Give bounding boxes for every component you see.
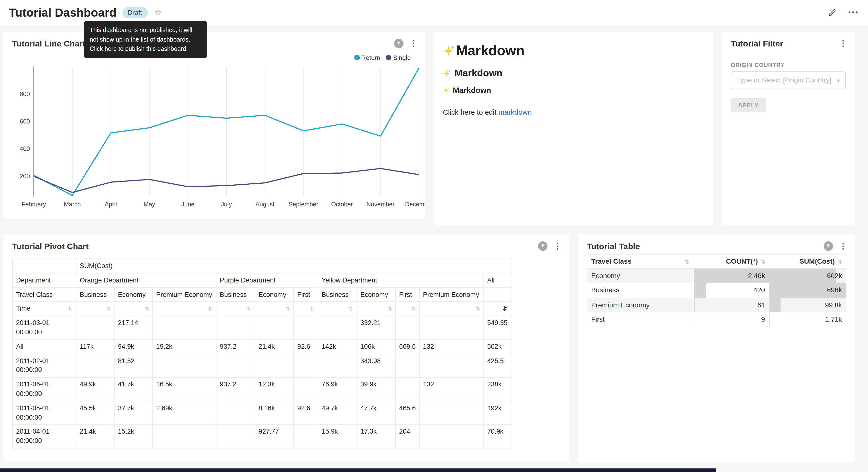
- pivot-cell: 937.2: [216, 377, 255, 401]
- markdown-edit-link[interactable]: markdown: [499, 108, 532, 116]
- column-header[interactable]: COUNT(*)⇅: [694, 254, 770, 268]
- sort-icon[interactable]: ⇅: [286, 306, 290, 312]
- apply-button[interactable]: APPLY: [731, 98, 766, 113]
- pivot-sort-cell[interactable]: ⇅: [153, 302, 216, 316]
- pivot-cell: [419, 354, 484, 377]
- pivot-cell: 332.21: [357, 316, 395, 340]
- select-placeholder: Type or Select [Origin Country]: [737, 76, 831, 84]
- favorite-star-icon[interactable]: ☆: [154, 7, 162, 18]
- data-table: Travel Class⇅COUNT(*)⇅SUM(Cost)⇅ Economy…: [587, 254, 846, 327]
- pivot-cell: 238k: [484, 377, 511, 401]
- pivot-cell: [216, 354, 255, 377]
- pivot-sort-cell[interactable]: ⇅: [396, 302, 419, 316]
- pivot-chart-title: Tutorial Pivot Chart: [12, 241, 89, 251]
- pivot-cell: 343.98: [357, 354, 395, 377]
- sort-icon[interactable]: ⇅: [685, 258, 689, 264]
- kebab-menu-icon[interactable]: ⋮: [839, 241, 847, 251]
- pivot-row-label: 2011-04-01 00:00:00: [12, 424, 76, 448]
- pivot-cell: 16.5k: [153, 377, 216, 401]
- pivot-cell: 2.69k: [153, 401, 216, 424]
- page-title: Tutorial Dashboard: [9, 6, 116, 19]
- kebab-menu-icon[interactable]: ⋮: [554, 241, 561, 251]
- pivot-cell: [318, 354, 357, 377]
- pivot-cell: [255, 354, 293, 377]
- legend-dot: [354, 55, 360, 60]
- pivot-cell: 49.7k: [318, 401, 357, 424]
- tutorial-line-chart-card: 200400600800FebruaryMarchAprilMayJuneJul…: [3, 32, 425, 219]
- filter-indicator-icon[interactable]: [824, 241, 833, 251]
- pivot-sort-cell[interactable]: ⇅: [255, 302, 293, 316]
- pivot-cell: 92.6: [293, 401, 318, 424]
- filter-indicator-icon[interactable]: [394, 39, 403, 48]
- sort-icon[interactable]: ⇅: [761, 258, 765, 264]
- chevron-down-icon: ▾: [837, 77, 840, 83]
- sort-icon[interactable]: ⇅: [411, 306, 416, 312]
- pivot-cell: 17.3k: [357, 424, 395, 448]
- pivot-row-dimension-label[interactable]: Time⇅: [12, 302, 76, 316]
- sparkles-icon: [443, 45, 455, 57]
- legend-item[interactable]: Return: [354, 54, 380, 61]
- pivot-sort-cell[interactable]: ⇅: [357, 302, 395, 316]
- pivot-cell: [216, 424, 255, 448]
- kebab-menu-icon[interactable]: ⋮: [839, 39, 847, 48]
- legend-item[interactable]: Single: [386, 54, 411, 61]
- origin-country-select[interactable]: Type or Select [Origin Country] ▾: [731, 71, 846, 89]
- column-header[interactable]: Travel Class⇅: [587, 254, 694, 268]
- pivot-row: 2011-06-01 00:00:0049.9k41.7k16.5k937.21…: [12, 377, 511, 401]
- svg-text:November: November: [367, 201, 395, 208]
- sort-icon[interactable]: ⇅: [388, 306, 392, 312]
- pivot-sort-cell[interactable]: ⇅: [115, 302, 153, 316]
- pivot-group-header: All: [484, 273, 511, 287]
- pivot-cell: 204: [396, 424, 419, 448]
- pivot-cell: 81.52: [115, 354, 153, 377]
- svg-text:March: March: [64, 201, 81, 208]
- filter-card-title: Tutorial Filter: [731, 39, 783, 48]
- sort-icon[interactable]: ⇅: [310, 306, 314, 312]
- pivot-cell: 15.2k: [115, 424, 153, 448]
- pivot-row-label: 2011-02-01 00:00:00: [12, 354, 76, 377]
- pivot-sort-cell[interactable]: ⇵: [484, 302, 511, 316]
- svg-text:600: 600: [20, 118, 30, 125]
- draft-badge[interactable]: Draft: [122, 7, 148, 18]
- pivot-subcolumn-header: Business: [216, 287, 255, 301]
- pivot-row: 2011-05-01 00:00:0045.5k37.7k2.69k8.16k9…: [12, 401, 511, 424]
- bottom-window-edge: [0, 468, 716, 472]
- sort-icon[interactable]: ⇅: [68, 305, 73, 313]
- pivot-cell: 45.5k: [76, 401, 114, 424]
- pivot-cell: 669.6: [396, 340, 419, 354]
- sum-cell: 602k: [770, 268, 846, 283]
- sort-icon[interactable]: ⇅: [106, 306, 111, 312]
- pivot-subcolumn-header: Economy: [357, 287, 395, 301]
- tutorial-filter-card: Tutorial Filter ⋮ ORIGIN COUNTRY Type or…: [722, 32, 855, 225]
- pivot-cell: 21.4k: [255, 340, 293, 354]
- svg-text:September: September: [288, 201, 318, 208]
- svg-text:400: 400: [20, 145, 30, 152]
- sort-icon[interactable]: ⇅: [208, 306, 213, 312]
- pivot-group-header: Purple Department: [216, 273, 318, 287]
- sort-icon[interactable]: ⇅: [247, 306, 251, 312]
- pivot-sort-cell[interactable]: ⇅: [318, 302, 357, 316]
- sort-icon[interactable]: ⇅: [475, 306, 480, 312]
- kebab-menu-icon[interactable]: ⋮: [409, 39, 417, 48]
- sort-icon[interactable]: ⇅: [349, 306, 353, 312]
- pivot-sort-cell[interactable]: ⇅: [76, 302, 114, 316]
- pivot-sort-cell[interactable]: ⇅: [216, 302, 255, 316]
- pivot-sort-cell[interactable]: ⇅: [419, 302, 484, 316]
- sparkles-icon: [443, 87, 450, 93]
- value-bar: [770, 298, 780, 312]
- column-header[interactable]: SUM(Cost)⇅: [770, 254, 846, 268]
- edit-pencil-icon[interactable]: [828, 8, 837, 17]
- pivot-cell: 106k: [357, 340, 395, 354]
- svg-text:February: February: [22, 201, 46, 208]
- svg-text:May: May: [144, 201, 155, 208]
- filter-indicator-icon[interactable]: [538, 241, 548, 251]
- more-menu-icon[interactable]: ···: [848, 10, 859, 16]
- sort-icon[interactable]: ⇅: [145, 306, 149, 312]
- pivot-group-header: Orange Department: [76, 273, 216, 287]
- sort-desc-icon[interactable]: ⇵: [503, 306, 507, 312]
- chart-legend[interactable]: ReturnSingle: [354, 54, 411, 61]
- pivot-cell: 94.9k: [115, 340, 153, 354]
- table-title: Tutorial Table: [587, 241, 640, 251]
- pivot-sort-cell[interactable]: ⇅: [293, 302, 318, 316]
- sort-icon[interactable]: ⇅: [838, 258, 842, 264]
